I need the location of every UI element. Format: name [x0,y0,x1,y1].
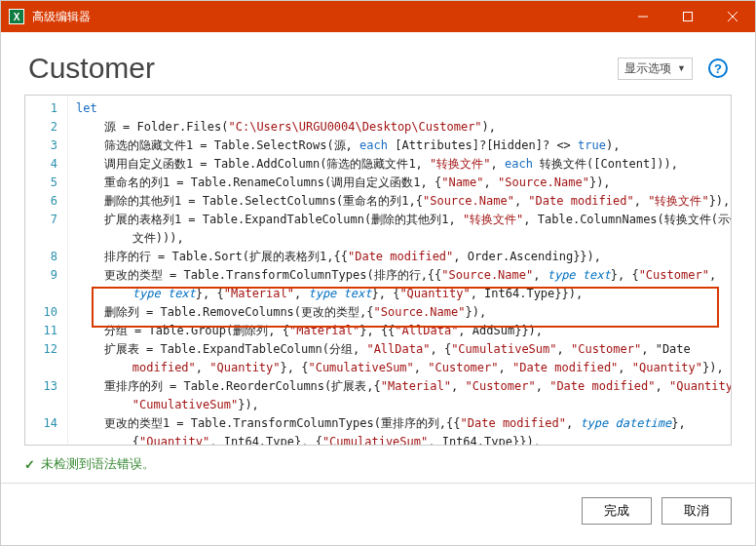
help-button[interactable]: ? [708,58,728,78]
window-title: 高级编辑器 [32,9,621,25]
titlebar: X 高级编辑器 [1,1,755,32]
footer: 完成 取消 [1,483,755,538]
svg-rect-1 [684,13,693,21]
line-gutter: 123456789101112131415 [25,96,68,445]
display-options-label: 显示选项 [624,60,671,77]
display-options-dropdown[interactable]: 显示选项 ▼ [618,58,693,80]
maximize-button[interactable] [665,1,710,32]
chevron-down-icon: ▼ [677,63,686,73]
close-button[interactable] [710,1,755,32]
code-editor[interactable]: 123456789101112131415 let 源 = Folder.Fil… [24,95,732,446]
header: Customer 显示选项 ▼ ? [1,32,755,95]
cancel-button[interactable]: 取消 [662,497,732,525]
done-button[interactable]: 完成 [582,497,652,525]
check-icon: ✓ [24,457,35,472]
status-bar: ✓ 未检测到语法错误。 [24,455,732,473]
excel-icon: X [9,9,24,24]
code-area[interactable]: let 源 = Folder.Files("C:\Users\URGU0004\… [68,96,731,445]
minimize-button[interactable] [621,1,665,32]
status-text: 未检测到语法错误。 [41,455,155,473]
page-title: Customer [28,52,618,85]
